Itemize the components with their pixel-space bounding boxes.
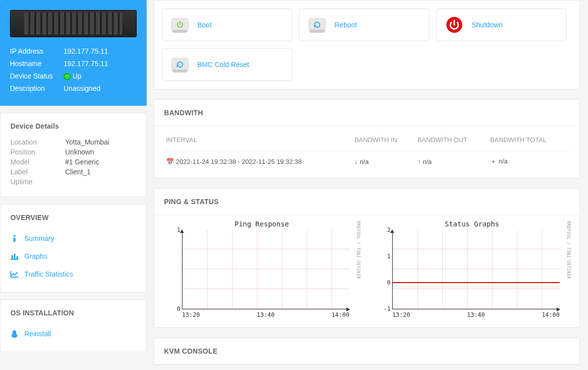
ping-status-title: PING & STATUS bbox=[154, 189, 580, 215]
desc-value: Unassigned bbox=[64, 83, 137, 94]
actions-panel: Boot Reboot Shutdown bbox=[154, 0, 580, 89]
model-value: #1 Generic bbox=[65, 158, 99, 166]
axis-arrow-up-icon bbox=[180, 229, 184, 233]
svg-rect-5 bbox=[16, 256, 18, 259]
overview-item-label: Traffic Statistics bbox=[24, 270, 73, 278]
ip-value: 192.177.75.11 bbox=[64, 46, 137, 57]
overview-panel: OVERVIEW Summary Graphs bbox=[0, 204, 147, 293]
info-icon bbox=[10, 235, 18, 242]
svg-rect-7 bbox=[10, 271, 11, 278]
overview-item-graphs[interactable]: Graphs bbox=[10, 247, 136, 265]
bmc-reset-button[interactable]: BMC Cold Reset bbox=[162, 48, 292, 81]
penguin-icon bbox=[10, 330, 18, 338]
bw-in: n/a bbox=[360, 158, 369, 165]
devstatus-value: Up bbox=[64, 71, 137, 81]
chart-plot-area: -1012 bbox=[392, 230, 560, 309]
devstatus-text: Up bbox=[73, 71, 82, 81]
x-ticks: 13:2013:4014:00 bbox=[182, 311, 349, 318]
bandwidth-panel: BANDWITH INTERVAL BANDWITH IN BANDWITH O… bbox=[154, 99, 580, 178]
svg-point-0 bbox=[13, 235, 15, 237]
overview-item-label: Graphs bbox=[24, 252, 47, 260]
device-details-title: Device Details bbox=[10, 122, 136, 130]
chart-title: Status Graphs bbox=[374, 220, 570, 228]
shutdown-button[interactable]: Shutdown bbox=[436, 8, 567, 41]
status-dot-icon bbox=[64, 73, 71, 80]
axis-arrow-right-icon bbox=[346, 307, 350, 311]
osinstall-panel: OS INSTALLATION Reinstall bbox=[0, 299, 147, 352]
linechart-icon bbox=[10, 271, 18, 278]
location-value: Yotta_Mumbai bbox=[65, 138, 109, 146]
location-label: Location bbox=[10, 138, 65, 146]
y-ticks: -1012 bbox=[377, 230, 391, 309]
kvm-title: KVM CONSOLE bbox=[154, 338, 580, 365]
bw-col-in: BANDWITH IN bbox=[352, 131, 416, 151]
overview-item-traffic[interactable]: Traffic Statistics bbox=[10, 265, 136, 283]
hostname-value: 192.177.75.11 bbox=[64, 59, 137, 69]
hostname-label: Hostname bbox=[10, 59, 64, 69]
bw-total: n/a bbox=[499, 157, 507, 165]
overview-item-label: Summary bbox=[24, 234, 54, 242]
bandwidth-table: INTERVAL BANDWITH IN BANDWITH OUT BANDWI… bbox=[164, 131, 570, 169]
svg-rect-1 bbox=[13, 238, 15, 242]
bmc-label: BMC Cold Reset bbox=[197, 61, 249, 69]
boot-label: Boot bbox=[197, 21, 212, 29]
calendar-icon: 📅 bbox=[166, 158, 174, 165]
bw-col-interval: INTERVAL bbox=[164, 131, 352, 151]
reload-icon bbox=[309, 18, 326, 31]
uptime-label: Uptime bbox=[10, 178, 65, 186]
svg-point-9 bbox=[11, 334, 17, 338]
svg-rect-6 bbox=[10, 277, 18, 278]
plus-icon: ＋ bbox=[490, 157, 497, 165]
power-icon bbox=[171, 18, 188, 31]
table-row: 📅2022-11-24 19:32:38 - 2022-11-25 19:32:… bbox=[164, 151, 570, 169]
ping-status-panel: PING & STATUS Ping Response RRDTOOL / TO… bbox=[154, 188, 580, 328]
osinstall-item-label: Reinstall bbox=[24, 330, 51, 338]
bandwidth-title: BANDWITH bbox=[154, 100, 580, 126]
chart-ping-response: Ping Response RRDTOOL / TOBI OETIKER 01 … bbox=[164, 220, 359, 318]
bw-col-total: BANDWITH TOTAL bbox=[488, 131, 570, 151]
down-arrow-icon: ↓ bbox=[354, 158, 358, 165]
bw-col-out: BANDWITH OUT bbox=[416, 131, 488, 151]
chart-title: Ping Response bbox=[164, 220, 359, 228]
osinstall-item-reinstall[interactable]: Reinstall bbox=[10, 325, 136, 343]
bw-out: n/a bbox=[422, 158, 431, 165]
labelfield-value: Client_1 bbox=[65, 168, 90, 176]
svg-rect-4 bbox=[14, 254, 15, 259]
axis-arrow-up-icon bbox=[390, 229, 394, 233]
labelfield-label: Label bbox=[10, 168, 65, 176]
chart-status-graphs: Status Graphs RRDTOOL / TOBI OETIKER -10… bbox=[374, 220, 570, 318]
device-details-panel: Device Details LocationYotta_Mumbai Posi… bbox=[0, 113, 147, 197]
status-line bbox=[393, 282, 560, 283]
shutdown-label: Shutdown bbox=[472, 21, 503, 29]
reboot-button[interactable]: Reboot bbox=[299, 8, 429, 41]
reload-icon bbox=[171, 58, 188, 71]
up-arrow-icon: ↑ bbox=[418, 158, 421, 165]
barchart-icon bbox=[10, 253, 18, 260]
bw-interval: 2022-11-24 19:32:38 - 2022-11-25 19:32:3… bbox=[176, 158, 302, 165]
server-image bbox=[10, 10, 137, 37]
y-ticks: 01 bbox=[167, 230, 180, 309]
rrdtool-watermark: RRDTOOL / TOBI OETIKER bbox=[566, 221, 571, 279]
x-ticks: 13:2013:4014:00 bbox=[392, 311, 560, 318]
rrdtool-watermark: RRDTOOL / TOBI OETIKER bbox=[356, 221, 360, 279]
ip-label: IP Address bbox=[10, 46, 64, 57]
position-label: Position bbox=[10, 148, 65, 156]
axis-arrow-right-icon bbox=[557, 307, 560, 311]
reboot-label: Reboot bbox=[335, 21, 357, 29]
chart-plot-area: 01 bbox=[182, 230, 349, 309]
kvm-panel: KVM CONSOLE bbox=[154, 338, 580, 365]
osinstall-title: OS INSTALLATION bbox=[10, 309, 136, 317]
overview-title: OVERVIEW bbox=[10, 214, 136, 222]
svg-rect-2 bbox=[10, 259, 18, 260]
boot-button[interactable]: Boot bbox=[162, 8, 292, 41]
overview-item-summary[interactable]: Summary bbox=[10, 229, 136, 247]
desc-label: Description bbox=[10, 83, 64, 94]
svg-rect-3 bbox=[11, 255, 13, 259]
position-value: Unknown bbox=[65, 148, 94, 156]
devstatus-label: Device Status bbox=[10, 71, 64, 81]
shutdown-icon bbox=[446, 16, 463, 33]
model-label: Model bbox=[10, 158, 65, 166]
device-summary-card: IP Address192.177.75.11 Hostname192.177.… bbox=[0, 0, 147, 106]
